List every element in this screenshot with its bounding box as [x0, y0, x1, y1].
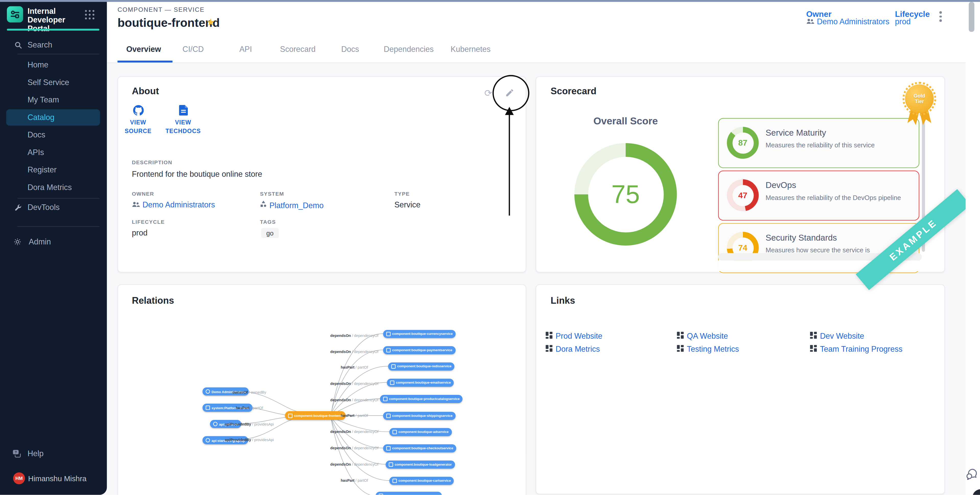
techdocs-icon — [178, 110, 188, 117]
browser-top-strip — [0, 0, 980, 2]
user-avatar[interactable]: HM — [13, 472, 25, 484]
tab-dependencies[interactable]: Dependencies — [384, 45, 434, 54]
wrench-icon — [14, 203, 22, 212]
description-value: Frontend for the boutique online store — [132, 170, 262, 178]
score-item-name: Service Maturity — [766, 128, 826, 138]
page-title: boutique-frontend — [118, 16, 220, 30]
relation-node-component[interactable]: component:boutique-cartservice — [389, 476, 454, 484]
dashboard-icon — [546, 332, 553, 341]
link-qa-website[interactable]: QA Website — [677, 332, 728, 341]
user-name[interactable]: Himanshu Mishra — [28, 474, 86, 483]
sidebar-item-dora-metrics[interactable]: Dora Metrics — [0, 180, 107, 195]
score-donut: 87 — [727, 127, 759, 159]
view-source-button[interactable]: VIEW SOURCE — [118, 105, 158, 135]
system-link[interactable]: Platform_Demo — [260, 201, 324, 210]
link-dora-metrics[interactable]: Dora Metrics — [546, 345, 600, 353]
header-owner-link[interactable]: Demo Administrators — [806, 18, 889, 26]
more-options-kebab-icon[interactable] — [938, 11, 944, 21]
component-icon — [390, 380, 395, 385]
component-icon — [392, 478, 397, 483]
tab-overview[interactable]: Overview — [126, 45, 161, 54]
api-icon — [206, 438, 210, 442]
overall-score-donut: 75 — [574, 143, 677, 245]
component-icon — [379, 494, 383, 495]
sidebar-item-apis[interactable]: APIs — [0, 145, 107, 160]
relation-node-component-partial[interactable] — [375, 492, 442, 495]
page-scrollbar-thumb[interactable] — [969, 2, 974, 32]
sidebar-item-devtools[interactable]: DevTools — [0, 200, 107, 215]
dashboard-icon — [546, 345, 553, 353]
sidebar-item-help[interactable]: ? Help — [0, 446, 107, 461]
score-item-desc: Measures the reliability of this service — [766, 141, 875, 149]
score-donut: 47 — [727, 179, 759, 211]
lifecycle-label: LIFECYCLE — [132, 219, 165, 225]
tags-label: TAGS — [260, 219, 276, 225]
component-icon — [392, 430, 397, 434]
annotation-circle — [493, 75, 529, 111]
relation-node-component[interactable]: component:boutique-emailservice — [387, 378, 454, 387]
score-item-service-maturity[interactable]: 87 Service Maturity Measures the reliabi… — [718, 118, 920, 168]
links-card: Links Prod Website QA Website Dev Websit… — [536, 284, 945, 494]
owner-link[interactable]: Demo Administrators — [132, 201, 215, 209]
gear-icon — [13, 237, 22, 246]
lifecycle-value: prod — [132, 229, 147, 237]
tab-scorecard[interactable]: Scorecard — [280, 45, 315, 54]
sidebar-item-docs[interactable]: Docs — [0, 127, 107, 143]
sidebar-divider — [18, 226, 99, 227]
relation-node-component[interactable]: component:boutique-paymentservice — [383, 346, 455, 354]
sidebar-divider — [18, 198, 99, 199]
system-icon — [206, 406, 210, 410]
favorite-star-icon[interactable]: ★ — [206, 18, 215, 27]
tab-docs[interactable]: Docs — [341, 45, 359, 54]
link-testing-metrics[interactable]: Testing Metrics — [677, 345, 739, 353]
tab-api[interactable]: API — [239, 45, 252, 54]
dashboard-icon — [677, 332, 684, 341]
dashboard-icon — [810, 345, 817, 353]
type-label: TYPE — [395, 191, 410, 197]
brand-logo-icon[interactable] — [7, 6, 23, 22]
app-root: Internal Developer Portal Search Home Se… — [0, 0, 980, 495]
sidebar-item-my-team[interactable]: My Team — [0, 92, 107, 108]
breadcrumb: COMPONENT — SERVICE — [118, 6, 205, 13]
relations-card: Relations Demo Administrators — [118, 284, 526, 495]
overall-score-value: 75 — [611, 180, 640, 209]
feedback-chat-icon[interactable] — [966, 468, 978, 482]
entity-header — [107, 0, 980, 63]
refresh-icon[interactable]: ⟳ — [484, 88, 492, 99]
sidebar-item-catalog[interactable]: Catalog — [6, 109, 100, 126]
score-item-devops[interactable]: 47 DevOps Measures the reliability of th… — [718, 170, 920, 221]
link-dev-website[interactable]: Dev Website — [810, 332, 864, 341]
scorecard-card: Scorecard Overall Score 75 87 Service Ma… — [536, 76, 945, 272]
annotation-arrow-line — [509, 111, 510, 216]
relation-node-component[interactable]: component:boutique-checkoutservice — [383, 444, 457, 452]
view-techdocs-button[interactable]: VIEW TECHDOCS — [158, 105, 208, 135]
app-grid-icon[interactable] — [85, 10, 95, 20]
sidebar-item-admin[interactable]: Admin — [0, 234, 107, 249]
relation-node-component[interactable]: component:boutique-loadgenerator — [385, 460, 455, 468]
score-item-name: DevOps — [766, 181, 796, 190]
help-chat-icon: ? — [13, 449, 21, 458]
sidebar-item-search[interactable]: Search — [0, 38, 107, 53]
relation-node-component[interactable]: component:boutique-currencyservice — [383, 329, 456, 337]
tab-kubernetes[interactable]: Kubernetes — [451, 45, 490, 54]
sidebar-item-register[interactable]: Register — [0, 162, 107, 178]
relation-node-component[interactable]: component:boutique-shippingservice — [383, 411, 456, 420]
page-scroll-gutter — [966, 0, 980, 495]
sidebar-item-home[interactable]: Home — [0, 57, 107, 73]
about-card-title: About — [132, 86, 159, 96]
relation-node-component[interactable]: component:boutique-productcatalogservice — [380, 395, 463, 403]
sidebar-item-self-service[interactable]: Self Service — [0, 75, 107, 90]
relation-node-component[interactable]: component:boutique-adservice — [389, 428, 452, 436]
group-icon — [206, 389, 210, 393]
header-lifecycle-value: prod — [895, 18, 910, 26]
dashboard-icon — [810, 332, 817, 341]
tab-cicd[interactable]: CI/CD — [182, 45, 204, 54]
component-icon — [288, 413, 293, 418]
tag-chip[interactable]: go — [261, 228, 279, 238]
link-prod-website[interactable]: Prod Website — [546, 332, 602, 341]
link-team-training-progress[interactable]: Team Training Progress — [810, 345, 903, 353]
search-icon — [14, 41, 22, 49]
people-icon — [806, 18, 815, 26]
component-icon — [391, 364, 396, 368]
relation-node-component[interactable]: component:boutique-redisservice — [388, 362, 455, 370]
